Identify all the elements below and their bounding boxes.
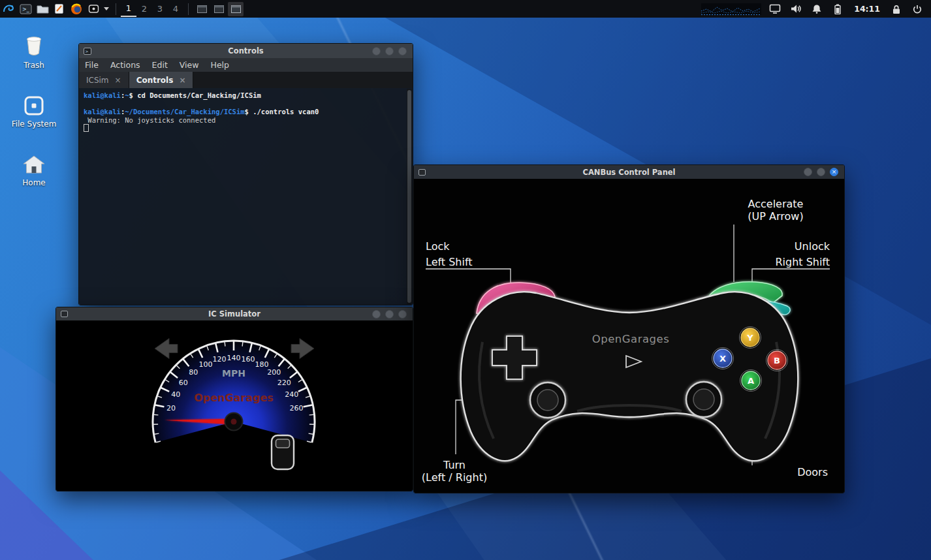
menu-view[interactable]: View [174, 60, 205, 70]
gauge-tick-label: 80 [189, 368, 198, 377]
minimize-button[interactable] [804, 168, 812, 176]
gauge-tick-label: 20 [166, 404, 176, 412]
power-menu-icon[interactable] [909, 0, 926, 18]
button-y-label: Y [746, 333, 753, 343]
terminal-text: cd Documents/Car_Hacking/ICSim [137, 91, 261, 99]
tab-label: Controls [136, 76, 174, 85]
label-doors: Doors [797, 466, 828, 478]
taskbar-window-button-canbus[interactable] [228, 2, 244, 16]
titlebar[interactable]: > Controls [79, 44, 413, 58]
cpu-graph-widget[interactable] [700, 0, 763, 18]
label-accelerate-key: (UP Arrow) [748, 210, 803, 223]
titlebar[interactable]: CANBus Control Panel × [414, 165, 844, 179]
terminal-text: Warning: No joysticks connected [84, 116, 215, 124]
text-editor-launcher-icon[interactable] [51, 0, 68, 18]
canbus-canvas: Y X B A OpenGarages Accelerate (UP Arrow… [414, 179, 844, 493]
screenshot-launcher-icon[interactable] [85, 0, 102, 18]
door-indicator-icon [272, 435, 294, 469]
maximize-button[interactable] [817, 168, 825, 176]
tab-icsim[interactable]: ICSim × [79, 72, 129, 88]
minimize-button[interactable] [372, 47, 381, 55]
lock-icon[interactable] [888, 0, 905, 18]
svg-text:>_: >_ [22, 7, 30, 12]
terminal-scrollbar[interactable] [407, 89, 412, 304]
opengarages-brand-label: OpenGarages [592, 333, 670, 345]
workspace-3[interactable]: 3 [152, 4, 168, 14]
terminal-text: $ [245, 108, 253, 116]
menu-help[interactable]: Help [204, 60, 235, 70]
window-canbus-control-panel: CANBus Control Panel × [413, 164, 845, 493]
canbus-app-icon [418, 169, 426, 176]
window-ic-simulator: IC Simulator [55, 307, 413, 491]
titlebar[interactable]: IC Simulator [56, 307, 413, 320]
terminal-text: ~/Documents/Car_Hacking/ICSim [125, 108, 244, 116]
label-turn: Turn [443, 459, 466, 471]
close-button[interactable]: × [830, 168, 838, 176]
maximize-button[interactable] [385, 310, 394, 319]
close-button[interactable] [398, 310, 407, 319]
icsim-app-icon [61, 311, 68, 317]
home-icon [6, 150, 62, 175]
workspace-4[interactable]: 4 [168, 4, 183, 14]
terminal-line: kali@kali:~$ cd Documents/Car_Hacking/IC… [84, 91, 403, 100]
gauge-tick [309, 414, 314, 415]
lock-callout-line [426, 269, 511, 288]
right-analog-stick [686, 382, 721, 417]
desktop-icon-file-system[interactable]: File System [6, 91, 62, 129]
desktop-icon-trash[interactable]: Trash [6, 33, 62, 70]
volume-icon[interactable] [787, 0, 804, 18]
workspace-1[interactable]: 1 [121, 1, 136, 17]
taskbar-window-button-icsim[interactable] [211, 2, 227, 16]
terminal-launcher-icon[interactable]: >_ [17, 0, 34, 18]
label-lock: Lock [426, 240, 450, 253]
gauge-tick [154, 414, 159, 415]
label-turn-key: (Left / Right) [422, 471, 487, 484]
label-lock-key: Left Shift [426, 256, 473, 268]
tab-close-icon[interactable]: × [115, 76, 121, 85]
menu-edit[interactable]: Edit [146, 60, 174, 70]
gauge-tick-label: 120 [213, 355, 227, 364]
terminal-app-icon: > [84, 48, 91, 55]
gauge-tick-label: 40 [171, 390, 180, 399]
battery-icon[interactable] [829, 0, 846, 18]
window-title: IC Simulator [56, 309, 413, 319]
notifications-bell-icon[interactable] [808, 0, 825, 18]
terminal-output-area[interactable]: kali@kali:~$ cd Documents/Car_Hacking/IC… [79, 88, 413, 305]
terminal-text: kali@kali [84, 108, 121, 116]
scrollbar-thumb[interactable] [407, 90, 411, 303]
tab-controls[interactable]: Controls × [129, 72, 194, 88]
gauge-tick-label: 140 [227, 354, 241, 362]
workspace-2[interactable]: 2 [136, 4, 152, 14]
terminal-text: kali@kali [84, 91, 121, 99]
button-x-label: X [719, 354, 726, 364]
terminal-line [84, 100, 403, 108]
gauge-tick-label: 100 [199, 360, 213, 369]
left-analog-stick [530, 382, 565, 418]
gauge-tick-label: 60 [179, 379, 188, 387]
top-panel: >_ 1 2 3 4 [0, 0, 931, 18]
gauge-tick-label: 200 [267, 368, 281, 377]
gauge-tick [242, 342, 243, 347]
terminal-text: $ [129, 91, 138, 99]
maximize-button[interactable] [385, 47, 394, 55]
taskbar-window-button-controls[interactable] [194, 2, 210, 16]
window-controls-terminal: > Controls File Actions Edit View Help I… [78, 43, 413, 305]
kali-menu-icon[interactable] [0, 0, 17, 18]
menu-actions[interactable]: Actions [104, 60, 146, 70]
tab-close-icon[interactable]: × [179, 76, 185, 85]
close-button[interactable] [398, 47, 407, 55]
panel-clock[interactable]: 14:11 [850, 4, 884, 14]
left-turn-signal-icon [155, 339, 178, 359]
firefox-launcher-icon[interactable] [68, 0, 85, 18]
launcher-dropdown-caret-icon[interactable] [102, 0, 111, 18]
desktop-icon-home[interactable]: Home [6, 150, 62, 187]
file-manager-launcher-icon[interactable] [34, 0, 51, 18]
svg-text:>: > [86, 49, 89, 54]
gauge-unit-label: MPH [222, 368, 245, 379]
panel-separator [188, 3, 189, 15]
terminal-tabbar: ICSim × Controls × [79, 72, 413, 88]
display-icon[interactable] [766, 0, 783, 18]
menu-file[interactable]: File [79, 60, 104, 70]
minimize-button[interactable] [372, 310, 381, 319]
panel-separator [116, 3, 116, 15]
